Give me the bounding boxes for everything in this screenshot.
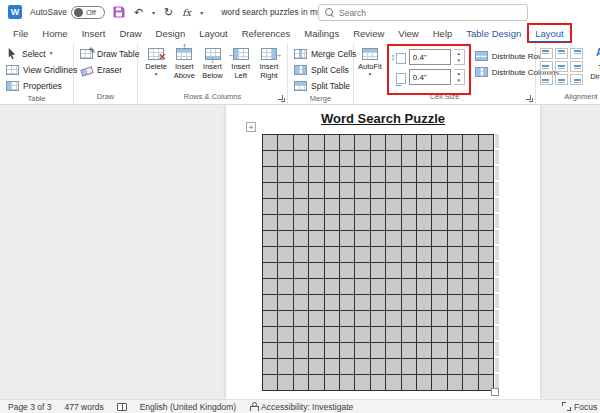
grid-cell[interactable] (263, 183, 277, 198)
grid-cell[interactable] (340, 327, 354, 342)
grid-cell[interactable] (340, 199, 354, 214)
text-direction-button[interactable]: A→→ TextDirection (588, 46, 600, 82)
grid-cell[interactable] (340, 375, 354, 390)
grid-cell[interactable] (417, 279, 431, 294)
proofing-status[interactable] (117, 403, 127, 411)
grid-cell[interactable] (479, 295, 493, 310)
grid-cell[interactable] (325, 199, 339, 214)
grid-cell[interactable] (463, 135, 477, 150)
grid-cell[interactable] (402, 327, 416, 342)
grid-cell[interactable] (294, 199, 308, 214)
grid-cell[interactable] (294, 135, 308, 150)
row-height-input[interactable] (409, 49, 451, 65)
word-search-grid[interactable] (262, 134, 494, 391)
grid-cell[interactable] (448, 359, 462, 374)
grid-cell[interactable] (309, 231, 323, 246)
eraser-button[interactable]: Eraser (78, 62, 133, 77)
grid-cell[interactable] (371, 295, 385, 310)
grid-cell[interactable] (402, 279, 416, 294)
grid-cell[interactable] (278, 199, 292, 214)
grid-cell[interactable] (371, 247, 385, 262)
grid-cell[interactable] (479, 215, 493, 230)
grid-cell[interactable] (278, 343, 292, 358)
grid-cell[interactable] (371, 135, 385, 150)
grid-cell[interactable] (340, 151, 354, 166)
grid-cell[interactable] (432, 359, 446, 374)
grid-cell[interactable] (309, 359, 323, 374)
grid-cell[interactable] (417, 359, 431, 374)
grid-cell[interactable] (325, 247, 339, 262)
grid-cell[interactable] (402, 183, 416, 198)
grid-cell[interactable] (325, 167, 339, 182)
autofit-button[interactable]: AutoFit ▾ (358, 46, 382, 78)
grid-cell[interactable] (479, 151, 493, 166)
grid-cell[interactable] (263, 167, 277, 182)
undo-icon[interactable]: ↶ (134, 7, 143, 18)
grid-cell[interactable] (278, 311, 292, 326)
grid-cell[interactable] (448, 295, 462, 310)
accessibility-status[interactable]: Accessibility: Investigate (249, 402, 353, 412)
grid-cell[interactable] (340, 135, 354, 150)
grid-cell[interactable] (355, 231, 369, 246)
grid-cell[interactable] (325, 279, 339, 294)
grid-cell[interactable] (294, 151, 308, 166)
grid-cell[interactable] (278, 215, 292, 230)
grid-cell[interactable] (463, 247, 477, 262)
align-top-center-button[interactable] (555, 48, 568, 59)
grid-cell[interactable] (371, 183, 385, 198)
grid-cell[interactable] (325, 295, 339, 310)
tab-home[interactable]: Home (35, 24, 74, 43)
grid-cell[interactable] (417, 183, 431, 198)
grid-cell[interactable] (309, 199, 323, 214)
align-mid-right-button[interactable] (570, 61, 583, 72)
grid-cell[interactable] (325, 327, 339, 342)
search-box[interactable] (318, 4, 528, 21)
grid-cell[interactable] (278, 279, 292, 294)
grid-cell[interactable] (386, 151, 400, 166)
grid-cell[interactable] (432, 343, 446, 358)
grid-cell[interactable] (294, 279, 308, 294)
grid-cell[interactable] (263, 215, 277, 230)
delete-button[interactable]: ✕ Delete ▾ (142, 46, 170, 78)
grid-cell[interactable] (325, 151, 339, 166)
grid-cell[interactable] (340, 183, 354, 198)
grid-cell[interactable] (263, 151, 277, 166)
tab-layout[interactable]: Layout (528, 24, 571, 43)
cell-size-dialog-launcher-icon[interactable] (525, 94, 533, 102)
grid-cell[interactable] (340, 295, 354, 310)
grid-cell[interactable] (432, 151, 446, 166)
grid-cell[interactable] (278, 151, 292, 166)
grid-cell[interactable] (386, 263, 400, 278)
grid-cell[interactable] (263, 295, 277, 310)
column-width-spinner[interactable]: ▲▼ (454, 69, 465, 85)
grid-cell[interactable] (340, 231, 354, 246)
grid-cell[interactable] (432, 263, 446, 278)
grid-cell[interactable] (355, 151, 369, 166)
insert-above-button[interactable]: ↑ InsertAbove (170, 46, 198, 81)
grid-cell[interactable] (386, 183, 400, 198)
grid-cell[interactable] (340, 311, 354, 326)
split-table-button[interactable]: Split Table (292, 78, 349, 93)
grid-cell[interactable] (309, 183, 323, 198)
grid-cell[interactable] (340, 215, 354, 230)
align-top-left-button[interactable] (540, 48, 553, 59)
grid-cell[interactable] (371, 359, 385, 374)
grid-cell[interactable] (309, 151, 323, 166)
grid-cell[interactable] (402, 247, 416, 262)
grid-cell[interactable] (386, 279, 400, 294)
align-top-right-button[interactable] (570, 48, 583, 59)
grid-cell[interactable] (417, 151, 431, 166)
grid-cell[interactable] (432, 135, 446, 150)
grid-cell[interactable] (479, 183, 493, 198)
grid-cell[interactable] (432, 311, 446, 326)
grid-cell[interactable] (448, 247, 462, 262)
grid-cell[interactable] (386, 375, 400, 390)
grid-cell[interactable] (402, 263, 416, 278)
save-icon[interactable] (113, 6, 125, 18)
grid-cell[interactable] (386, 135, 400, 150)
grid-cell[interactable] (263, 343, 277, 358)
grid-cell[interactable] (432, 279, 446, 294)
tab-mailings[interactable]: Mailings (297, 24, 346, 43)
grid-cell[interactable] (432, 247, 446, 262)
grid-cell[interactable] (371, 327, 385, 342)
